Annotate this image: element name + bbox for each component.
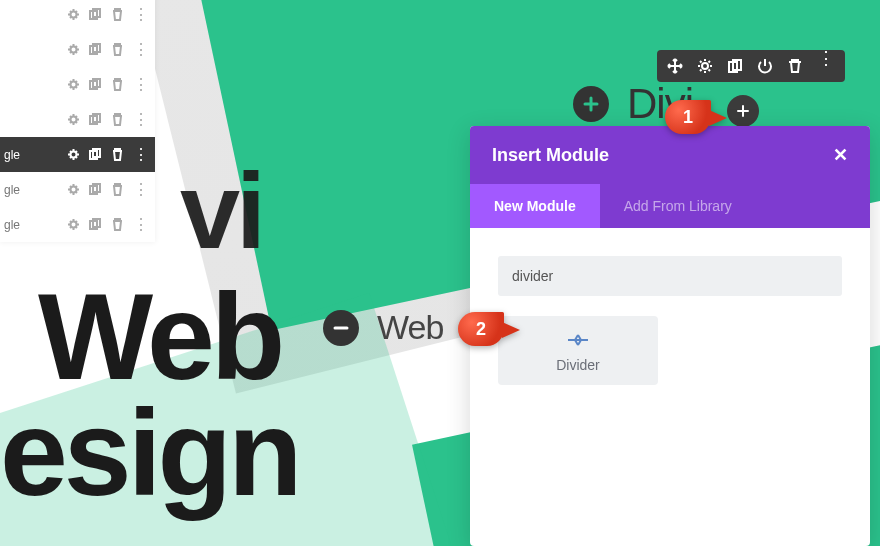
duplicate-icon[interactable] <box>89 148 102 161</box>
tab-new-module[interactable]: New Module <box>470 184 600 228</box>
trash-icon[interactable] <box>111 148 124 161</box>
callout-number: 1 <box>683 107 693 128</box>
trash-icon[interactable] <box>111 183 124 196</box>
callout-marker-2: 2 <box>458 312 504 346</box>
gear-icon[interactable] <box>697 58 713 74</box>
svg-point-18 <box>71 222 77 228</box>
layer-label: gle <box>4 183 20 197</box>
power-icon[interactable] <box>757 58 773 74</box>
layer-row-active[interactable]: gle ⋮ <box>0 137 155 172</box>
insert-module-modal: Insert Module ✕ New Module Add From Libr… <box>470 126 870 546</box>
divider-icon <box>506 332 650 349</box>
trash-icon[interactable] <box>111 8 124 21</box>
gear-icon[interactable] <box>67 43 80 56</box>
duplicate-icon[interactable] <box>727 58 743 74</box>
trash-icon[interactable] <box>111 78 124 91</box>
duplicate-icon[interactable] <box>89 113 102 126</box>
add-row-button[interactable] <box>573 86 609 122</box>
gear-icon[interactable] <box>67 183 80 196</box>
layer-row[interactable]: gle ⋮ <box>0 207 155 242</box>
hero-text-web: Web <box>38 280 281 396</box>
layer-row[interactable]: ⋮ <box>0 32 155 67</box>
layer-row[interactable]: ⋮ <box>0 102 155 137</box>
hero-text-design: esign <box>0 396 299 512</box>
hero-text-vi: vi <box>180 160 262 263</box>
module-result-divider[interactable]: Divider <box>498 316 658 385</box>
layer-row[interactable]: ⋮ <box>0 67 155 102</box>
svg-point-12 <box>71 152 77 158</box>
modal-title: Insert Module <box>492 145 609 166</box>
gear-icon[interactable] <box>67 113 80 126</box>
duplicate-icon[interactable] <box>89 218 102 231</box>
plus-icon <box>736 104 750 118</box>
trash-icon[interactable] <box>111 43 124 56</box>
minus-icon <box>332 319 350 337</box>
trash-icon[interactable] <box>787 58 803 74</box>
close-icon[interactable]: ✕ <box>833 144 848 166</box>
layer-panel: ⋮ ⋮ ⋮ ⋮ gle <box>0 0 155 242</box>
duplicate-icon[interactable] <box>89 183 102 196</box>
gear-icon[interactable] <box>67 218 80 231</box>
tab-add-from-library[interactable]: Add From Library <box>600 184 756 228</box>
trash-icon[interactable] <box>111 218 124 231</box>
layer-row[interactable]: gle ⋮ <box>0 172 155 207</box>
svg-point-9 <box>71 117 77 123</box>
modal-tabs: New Module Add From Library <box>470 184 870 228</box>
more-icon[interactable]: ⋮ <box>817 58 835 74</box>
add-module-button[interactable] <box>727 95 759 127</box>
layer-row[interactable]: ⋮ <box>0 0 155 32</box>
collapse-row-button[interactable] <box>323 310 359 346</box>
duplicate-icon[interactable] <box>89 8 102 21</box>
svg-point-15 <box>71 187 77 193</box>
gear-icon[interactable] <box>67 148 80 161</box>
svg-point-21 <box>702 63 708 69</box>
module-search-input[interactable] <box>498 256 842 296</box>
inline-row-mid: Web <box>323 308 443 347</box>
module-action-bar: ⋮ <box>657 50 845 82</box>
modal-header: Insert Module ✕ <box>470 126 870 184</box>
module-result-label: Divider <box>506 357 650 373</box>
svg-point-6 <box>71 82 77 88</box>
layer-label: gle <box>4 218 20 232</box>
move-icon[interactable] <box>667 58 683 74</box>
callout-marker-1: 1 <box>665 100 711 134</box>
row-title: Web <box>377 308 443 347</box>
modal-body: Divider <box>470 228 870 405</box>
trash-icon[interactable] <box>111 113 124 126</box>
svg-point-0 <box>71 12 77 18</box>
duplicate-icon[interactable] <box>89 78 102 91</box>
gear-icon[interactable] <box>67 8 80 21</box>
svg-point-3 <box>71 47 77 53</box>
duplicate-icon[interactable] <box>89 43 102 56</box>
callout-number: 2 <box>476 319 486 340</box>
plus-icon <box>582 95 600 113</box>
gear-icon[interactable] <box>67 78 80 91</box>
layer-label: gle <box>4 148 20 162</box>
